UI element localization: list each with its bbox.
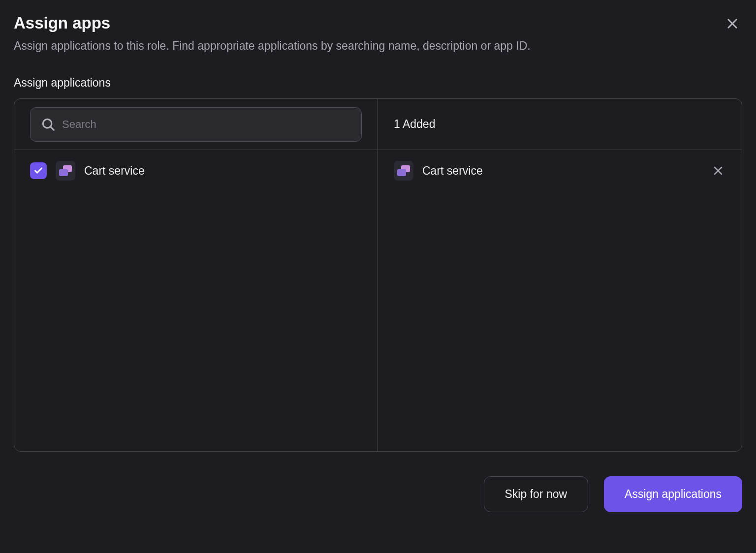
added-app-name-label: Cart service	[422, 164, 483, 178]
close-icon	[725, 17, 739, 31]
skip-button[interactable]: Skip for now	[484, 476, 589, 512]
search-input[interactable]	[30, 107, 362, 142]
close-button[interactable]	[723, 14, 742, 33]
available-apps-panel: Cart service	[14, 99, 378, 451]
app-icon	[394, 161, 413, 181]
app-checkbox[interactable]	[30, 162, 47, 179]
app-icon	[56, 161, 75, 181]
assign-button[interactable]: Assign applications	[604, 476, 742, 512]
remove-app-button[interactable]	[710, 163, 726, 179]
search-icon	[41, 117, 56, 132]
added-count-label: 1 Added	[394, 118, 435, 131]
assignment-panels: Cart service 1 Added Cart service	[14, 98, 742, 452]
app-name-label: Cart service	[84, 164, 145, 178]
added-apps-panel: 1 Added Cart service	[378, 99, 742, 451]
check-icon	[33, 166, 43, 176]
section-label: Assign applications	[14, 76, 742, 90]
available-app-row[interactable]: Cart service	[30, 159, 362, 183]
added-app-row: Cart service	[394, 159, 726, 183]
dialog-title: Assign apps	[14, 14, 723, 32]
remove-icon	[712, 165, 724, 177]
dialog-subtitle: Assign applications to this role. Find a…	[14, 39, 723, 53]
svg-line-3	[51, 126, 54, 130]
